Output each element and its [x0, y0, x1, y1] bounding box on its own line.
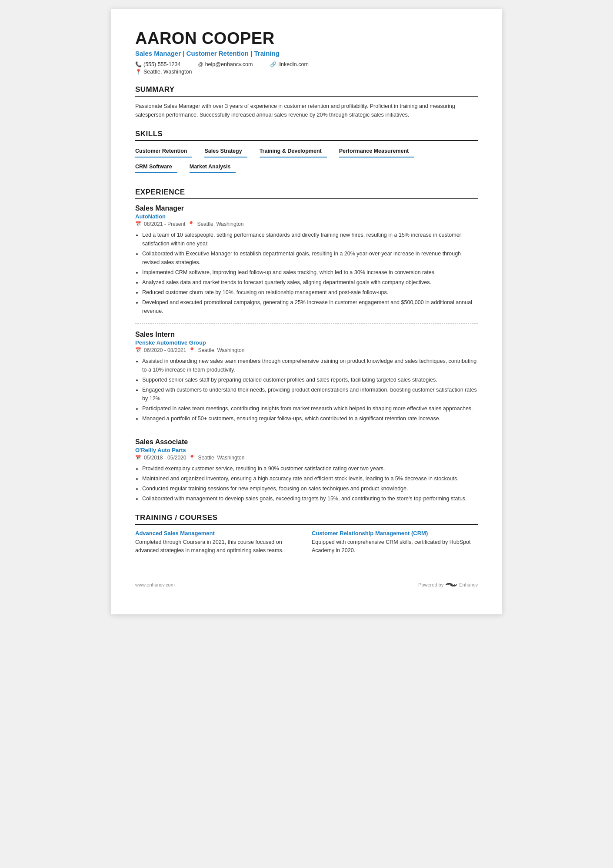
skill-item: Sales Strategy	[204, 146, 247, 158]
phone-contact: 📞 (555) 555-1234	[135, 61, 180, 67]
bullet-item: Participated in sales team meetings, con…	[142, 404, 478, 413]
bullets-list: Assisted in onboarding new sales team me…	[135, 357, 478, 423]
experience-section: EXPERIENCE Sales Manager AutoNation 📅 08…	[135, 188, 478, 503]
exp-location: Seattle, Washington	[198, 347, 244, 353]
candidate-title: Sales Manager | Customer Retention | Tra…	[135, 50, 478, 57]
location-text: Seattle, Washington	[143, 69, 192, 75]
skill-item: CRM Software	[135, 162, 177, 173]
job-title: Sales Manager	[135, 204, 478, 212]
exp-location: Seattle, Washington	[198, 455, 244, 461]
skill-item: Performance Measurement	[339, 146, 414, 158]
enhancv-brand-name: Enhancv	[459, 582, 478, 587]
experience-entry: Sales Manager AutoNation 📅 08/2021 - Pre…	[135, 204, 478, 315]
bullet-item: Supported senior sales staff by preparin…	[142, 375, 478, 384]
exp-meta: 📅 06/2020 - 08/2021 📍 Seattle, Washingto…	[135, 347, 478, 353]
calendar-icon: 📅	[135, 455, 141, 460]
training-item: Advanced Sales Management Completed thro…	[135, 530, 301, 555]
bullet-item: Provided exemplary customer service, res…	[142, 464, 478, 473]
experience-entries: Sales Manager AutoNation 📅 08/2021 - Pre…	[135, 204, 478, 503]
training-item: Customer Relationship Management (CRM) E…	[312, 530, 478, 555]
enhancv-branding: Powered by Enhancv	[418, 581, 478, 588]
dates: 05/2018 - 05/2020	[144, 455, 186, 461]
summary-title: SUMMARY	[135, 85, 478, 97]
bullet-item: Assisted in onboarding new sales team me…	[142, 357, 478, 374]
contact-row-1: 📞 (555) 555-1234 @ help@enhancv.com 🔗 li…	[135, 61, 478, 67]
summary-section: SUMMARY Passionate Sales Manager with ov…	[135, 85, 478, 119]
location-icon: 📍	[135, 69, 142, 75]
location-icon: 📍	[189, 347, 195, 353]
exp-meta: 📅 08/2021 - Present 📍 Seattle, Washingto…	[135, 221, 478, 227]
calendar-icon: 📅	[135, 347, 141, 353]
skill-item: Training & Development	[260, 146, 327, 158]
exp-location: Seattle, Washington	[197, 221, 243, 227]
experience-entry: Sales Intern Penske Automotive Group 📅 0…	[135, 331, 478, 423]
skills-section: SKILLS Customer RetentionSales StrategyT…	[135, 130, 478, 178]
bullet-item: Analyzed sales data and market trends to…	[142, 278, 478, 287]
bullet-item: Collaborated with management to develop …	[142, 494, 478, 503]
experience-entry: Sales Associate O'Reilly Auto Parts 📅 05…	[135, 438, 478, 503]
enhancv-icon	[445, 581, 457, 588]
summary-text: Passionate Sales Manager with over 3 yea…	[135, 102, 478, 119]
header: AARON COOPER Sales Manager | Customer Re…	[135, 30, 478, 75]
training-item-desc: Completed through Coursera in 2021, this…	[135, 538, 301, 555]
resume-page: AARON COOPER Sales Manager | Customer Re…	[111, 9, 502, 614]
bullet-item: Managed a portfolio of 50+ customers, en…	[142, 414, 478, 423]
phone-icon: 📞	[135, 61, 142, 67]
footer-website: www.enhancv.com	[135, 582, 175, 587]
bullet-item: Conducted regular training sessions for …	[142, 484, 478, 493]
email-address: help@enhancv.com	[205, 61, 253, 67]
footer: www.enhancv.com Powered by Enhancv	[135, 581, 478, 588]
bullet-item: Led a team of 10 salespeople, setting pe…	[142, 231, 478, 248]
entry-divider	[135, 431, 478, 431]
calendar-icon: 📅	[135, 221, 141, 227]
linkedin-icon: 🔗	[270, 61, 277, 67]
email-icon: @	[198, 61, 203, 67]
bullet-item: Maintained and organized inventory, ensu…	[142, 474, 478, 483]
powered-by-text: Powered by	[418, 582, 443, 587]
training-item-desc: Equipped with comprehensive CRM skills, …	[312, 538, 478, 555]
email-contact: @ help@enhancv.com	[198, 61, 253, 67]
bullet-item: Reduced customer churn rate by 10%, focu…	[142, 288, 478, 297]
company-name: AutoNation	[135, 213, 478, 220]
skill-item: Customer Retention	[135, 146, 192, 158]
skill-item: Market Analysis	[190, 162, 236, 173]
bullet-item: Implemented CRM software, improving lead…	[142, 268, 478, 277]
location-icon: 📍	[189, 455, 195, 461]
company-name: O'Reilly Auto Parts	[135, 447, 478, 453]
dates: 06/2020 - 08/2021	[144, 347, 186, 353]
linkedin-contact: 🔗 linkedin.com	[270, 61, 308, 67]
entry-divider	[135, 323, 478, 324]
job-title: Sales Intern	[135, 331, 478, 338]
phone-number: (555) 555-1234	[143, 61, 180, 67]
location-row: 📍 Seattle, Washington	[135, 69, 478, 75]
bullets-list: Led a team of 10 salespeople, setting pe…	[135, 231, 478, 315]
training-section: TRAINING / COURSES Advanced Sales Manage…	[135, 513, 478, 555]
exp-meta: 📅 05/2018 - 05/2020 📍 Seattle, Washingto…	[135, 455, 478, 461]
training-title: TRAINING / COURSES	[135, 513, 478, 525]
bullet-item: Collaborated with Executive Manager to e…	[142, 249, 478, 267]
experience-title: EXPERIENCE	[135, 188, 478, 199]
dates: 08/2021 - Present	[144, 221, 185, 227]
job-title: Sales Associate	[135, 438, 478, 446]
candidate-name: AARON COOPER	[135, 30, 478, 48]
bullet-item: Engaged with customers to understand the…	[142, 385, 478, 403]
training-item-title: Customer Relationship Management (CRM)	[312, 530, 478, 536]
training-item-title: Advanced Sales Management	[135, 530, 301, 536]
linkedin-url: linkedin.com	[278, 61, 308, 67]
skills-grid: Customer RetentionSales StrategyTraining…	[135, 146, 478, 178]
company-name: Penske Automotive Group	[135, 339, 478, 346]
training-grid: Advanced Sales Management Completed thro…	[135, 530, 478, 555]
bullets-list: Provided exemplary customer service, res…	[135, 464, 478, 503]
location-icon: 📍	[188, 221, 194, 227]
skills-title: SKILLS	[135, 130, 478, 141]
bullet-item: Developed and executed promotional campa…	[142, 298, 478, 315]
